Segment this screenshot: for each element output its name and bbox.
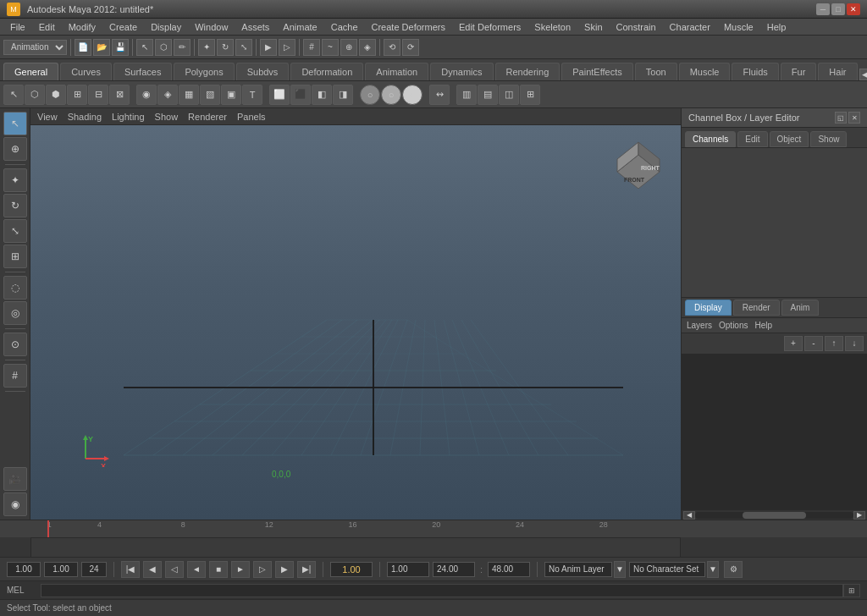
sec-sphere-1[interactable]: ○ bbox=[360, 85, 380, 105]
frame-current-input[interactable] bbox=[44, 562, 78, 577]
menu-create-deformers[interactable]: Create Deformers bbox=[365, 20, 452, 34]
menu-file[interactable]: File bbox=[3, 20, 32, 34]
lt-soft-mod[interactable]: ◌ bbox=[3, 276, 27, 300]
tb-move[interactable]: ✦ bbox=[198, 39, 215, 56]
lt-paint-select[interactable]: ⊕ bbox=[3, 137, 27, 161]
sec-btn-10[interactable]: ▧ bbox=[200, 85, 220, 105]
tab-muscle[interactable]: Muscle bbox=[679, 63, 731, 80]
tb-btn-1[interactable]: 📄 bbox=[75, 39, 91, 56]
tb-select[interactable]: ↖ bbox=[136, 39, 153, 56]
timeline-track[interactable] bbox=[0, 537, 867, 557]
sec-btn-11[interactable]: ▣ bbox=[221, 85, 241, 105]
maximize-button[interactable]: □ bbox=[831, 3, 845, 15]
tb-paint[interactable]: ✏ bbox=[174, 39, 191, 56]
tab-fluids[interactable]: Fluids bbox=[732, 63, 778, 80]
sec-btn-3[interactable]: ⬢ bbox=[46, 85, 66, 105]
anim-prefs[interactable]: ⚙ bbox=[724, 561, 743, 578]
menu-animate[interactable]: Animate bbox=[276, 20, 323, 34]
tb-render[interactable]: ▶ bbox=[260, 39, 277, 56]
tb-ipr[interactable]: ▷ bbox=[279, 39, 295, 56]
character-set-input[interactable] bbox=[629, 562, 705, 577]
tb-redo[interactable]: ⟳ bbox=[402, 39, 419, 56]
prev-frame[interactable]: ◀ bbox=[143, 561, 162, 578]
menu-help[interactable]: Help bbox=[760, 20, 793, 34]
layer-menu-help[interactable]: Help bbox=[754, 321, 772, 330]
frame-start-input[interactable] bbox=[7, 562, 41, 577]
lt-sculpt[interactable]: ◎ bbox=[3, 301, 27, 325]
vp-menu-renderer[interactable]: Renderer bbox=[188, 112, 227, 122]
lt-universal[interactable]: ⊞ bbox=[3, 245, 27, 268]
close-button[interactable]: ✕ bbox=[847, 3, 860, 15]
command-input[interactable] bbox=[41, 584, 843, 597]
tab-hair[interactable]: Hair bbox=[818, 63, 857, 80]
menu-constrain[interactable]: Constrain bbox=[610, 20, 663, 34]
layer-tab-anim[interactable]: Anim bbox=[781, 300, 820, 316]
sec-btn-cam2[interactable]: ⬛ bbox=[290, 85, 311, 105]
vp-menu-lighting[interactable]: Lighting bbox=[112, 112, 145, 122]
ch-tab-edit[interactable]: Edit bbox=[737, 131, 767, 147]
go-end[interactable]: ▶| bbox=[297, 561, 316, 578]
range-start-input[interactable] bbox=[387, 562, 429, 577]
scrollbar-thumb[interactable] bbox=[743, 512, 806, 519]
tb-btn-2[interactable]: 📂 bbox=[93, 39, 110, 56]
tb-snap-curve[interactable]: ~ bbox=[322, 39, 339, 56]
sec-btn-cam1[interactable]: ⬜ bbox=[269, 85, 290, 105]
tab-surfaces[interactable]: Surfaces bbox=[113, 63, 172, 80]
tab-subdvs[interactable]: Subdvs bbox=[236, 63, 290, 80]
sec-btn-5[interactable]: ⊟ bbox=[88, 85, 108, 105]
tb-scale[interactable]: ⤡ bbox=[235, 39, 252, 56]
sec-btn-cam3[interactable]: ◧ bbox=[312, 85, 332, 105]
sec-btn-1[interactable]: ↖ bbox=[3, 85, 24, 105]
next-frame[interactable]: ▶ bbox=[275, 561, 294, 578]
tab-polygons[interactable]: Polygons bbox=[174, 63, 234, 80]
tab-toon[interactable]: Toon bbox=[635, 63, 677, 80]
sec-btn-layout2[interactable]: ▤ bbox=[478, 85, 498, 105]
prev-key[interactable]: ◁ bbox=[165, 561, 184, 578]
tab-prev[interactable]: ◀ bbox=[859, 69, 868, 80]
tab-dynamics[interactable]: Dynamics bbox=[430, 63, 493, 80]
mode-select[interactable]: Animation bbox=[3, 40, 67, 55]
time-display[interactable]: 1.00 bbox=[330, 562, 373, 577]
minimize-button[interactable]: ─ bbox=[816, 3, 830, 15]
layer-delete[interactable]: - bbox=[804, 336, 823, 351]
tab-painteffects[interactable]: PaintEffects bbox=[561, 63, 633, 80]
lt-rotate[interactable]: ↻ bbox=[3, 194, 27, 217]
sec-btn-8[interactable]: ◈ bbox=[157, 85, 178, 105]
lt-select[interactable]: ↖ bbox=[3, 112, 27, 135]
anim-layer-arrow[interactable]: ▼ bbox=[614, 561, 626, 578]
tb-snap-grid[interactable]: # bbox=[303, 39, 320, 56]
lt-camera[interactable]: 🎥 bbox=[3, 467, 27, 491]
ch-box-float[interactable]: ◱ bbox=[835, 112, 847, 124]
vp-menu-show[interactable]: Show bbox=[155, 112, 179, 122]
frame-end-input[interactable] bbox=[81, 562, 107, 577]
tb-snap-view[interactable]: ◈ bbox=[359, 39, 376, 56]
sec-btn-layout1[interactable]: ▥ bbox=[456, 85, 477, 105]
timeline-ruler[interactable]: 1 4 8 12 16 20 24 28 bbox=[0, 520, 867, 537]
sec-btn-7[interactable]: ◉ bbox=[136, 85, 157, 105]
viewport-cube[interactable]: FRONT RIGHT bbox=[609, 138, 668, 189]
sec-sphere-3[interactable]: ○ bbox=[402, 85, 422, 105]
sec-btn-layout4[interactable]: ⊞ bbox=[520, 85, 540, 105]
menu-assets[interactable]: Assets bbox=[235, 20, 276, 34]
play-stop[interactable]: ■ bbox=[209, 561, 228, 578]
sec-btn-12[interactable]: T bbox=[242, 85, 262, 105]
layer-menu-layers[interactable]: Layers bbox=[687, 321, 712, 330]
layer-tab-display[interactable]: Display bbox=[685, 300, 732, 316]
menu-display[interactable]: Display bbox=[144, 20, 188, 34]
vp-menu-view[interactable]: View bbox=[37, 112, 58, 122]
next-key[interactable]: ▷ bbox=[253, 561, 272, 578]
layer-move-up[interactable]: ↑ bbox=[825, 336, 843, 351]
menu-muscle[interactable]: Muscle bbox=[717, 20, 760, 34]
ch-tab-object[interactable]: Object bbox=[770, 131, 809, 147]
lt-iris[interactable]: ◉ bbox=[3, 492, 27, 516]
menu-cache[interactable]: Cache bbox=[324, 20, 365, 34]
tb-history[interactable]: ⟲ bbox=[384, 39, 400, 56]
range-end-input[interactable] bbox=[433, 562, 475, 577]
menu-skeleton[interactable]: Skeleton bbox=[527, 20, 577, 34]
tab-animation[interactable]: Animation bbox=[365, 63, 428, 80]
char-set-arrow[interactable]: ▼ bbox=[707, 561, 719, 578]
sec-sphere-2[interactable]: ○ bbox=[381, 85, 401, 105]
ch-tab-channels[interactable]: Channels bbox=[685, 131, 736, 147]
menu-create[interactable]: Create bbox=[102, 20, 144, 34]
tb-btn-3[interactable]: 💾 bbox=[112, 39, 129, 56]
